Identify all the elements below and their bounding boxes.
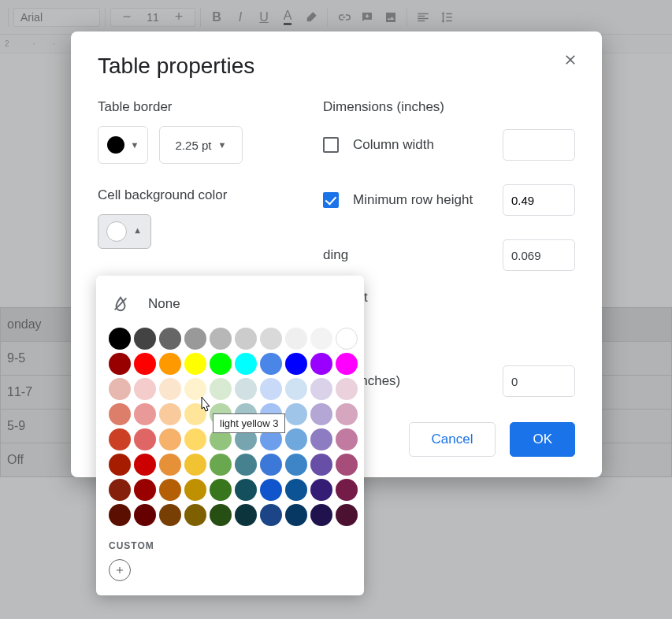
color-swatch[interactable] (159, 378, 181, 400)
close-button[interactable] (559, 49, 581, 71)
color-swatch[interactable] (109, 378, 131, 400)
color-swatch[interactable] (285, 504, 307, 526)
color-picker-popover: None CUSTOM (96, 276, 364, 595)
color-swatch[interactable] (159, 454, 181, 476)
color-swatch[interactable] (260, 454, 282, 476)
color-swatch[interactable] (285, 479, 307, 501)
color-swatch[interactable] (159, 328, 181, 350)
color-swatch[interactable] (109, 403, 131, 425)
color-swatch[interactable] (184, 353, 206, 375)
color-swatch[interactable] (260, 328, 282, 350)
color-swatch[interactable] (235, 328, 257, 350)
row-height-input[interactable] (503, 184, 575, 216)
cancel-button[interactable]: Cancel (409, 422, 496, 457)
color-swatch[interactable] (260, 504, 282, 526)
color-swatch[interactable] (159, 428, 181, 450)
color-tooltip: light yellow 3 (213, 413, 285, 433)
color-swatch[interactable] (336, 479, 358, 501)
color-swatch[interactable] (310, 454, 332, 476)
border-width-dropdown[interactable]: 2.25 pt ▼ (159, 126, 243, 164)
color-swatch[interactable] (134, 353, 156, 375)
color-swatch[interactable] (310, 428, 332, 450)
add-custom-color-button[interactable] (109, 559, 131, 581)
color-swatch[interactable] (260, 479, 282, 501)
dialog-title: Table properties (98, 54, 575, 79)
color-swatch[interactable] (310, 479, 332, 501)
color-swatch[interactable] (134, 504, 156, 526)
color-swatch[interactable] (260, 378, 282, 400)
indent-input[interactable]: 0 (503, 365, 575, 397)
color-swatch[interactable] (159, 403, 181, 425)
cell-padding-input[interactable]: 0.069 (503, 239, 575, 271)
color-swatch[interactable] (336, 403, 358, 425)
color-swatch[interactable] (235, 353, 257, 375)
color-swatch[interactable] (159, 353, 181, 375)
no-color-icon (112, 295, 129, 313)
color-swatch[interactable] (285, 328, 307, 350)
plus-icon (114, 565, 125, 576)
row-height-checkbox[interactable] (323, 192, 339, 208)
color-swatch[interactable] (235, 504, 257, 526)
color-swatch[interactable] (210, 454, 232, 476)
color-swatch[interactable] (184, 428, 206, 450)
color-swatch[interactable] (184, 454, 206, 476)
color-swatch[interactable] (134, 328, 156, 350)
color-swatch[interactable] (310, 378, 332, 400)
color-swatch[interactable] (134, 428, 156, 450)
color-swatch[interactable] (134, 378, 156, 400)
color-swatch[interactable] (260, 353, 282, 375)
ok-button[interactable]: OK (510, 422, 575, 457)
color-swatch[interactable] (184, 378, 206, 400)
color-swatch[interactable] (336, 328, 358, 350)
color-swatch[interactable] (159, 479, 181, 501)
color-swatch[interactable] (134, 454, 156, 476)
color-swatch[interactable] (336, 353, 358, 375)
color-swatch[interactable] (336, 504, 358, 526)
color-swatch[interactable] (285, 454, 307, 476)
color-swatch[interactable] (184, 504, 206, 526)
color-swatch[interactable] (285, 378, 307, 400)
color-swatch[interactable] (336, 454, 358, 476)
dimensions-label: Dimensions (inches) (323, 99, 575, 115)
border-color-swatch (107, 136, 124, 154)
color-swatch[interactable] (184, 328, 206, 350)
column-width-checkbox[interactable] (323, 137, 339, 153)
color-swatch[interactable] (134, 403, 156, 425)
color-swatch[interactable] (235, 454, 257, 476)
color-swatch[interactable] (109, 353, 131, 375)
color-swatch[interactable] (109, 428, 131, 450)
color-swatch[interactable] (310, 504, 332, 526)
color-swatch[interactable] (285, 403, 307, 425)
color-swatch[interactable] (235, 479, 257, 501)
custom-section-label: CUSTOM (107, 534, 353, 559)
color-swatch[interactable] (310, 353, 332, 375)
color-swatch[interactable] (336, 378, 358, 400)
color-swatch[interactable] (210, 378, 232, 400)
color-swatch[interactable] (159, 504, 181, 526)
column-width-label: Column width (353, 137, 503, 153)
color-swatch[interactable] (184, 479, 206, 501)
color-none-option[interactable]: None (107, 290, 353, 318)
cell-bg-color-dropdown[interactable]: ▼ (98, 214, 151, 249)
caret-up-icon: ▼ (133, 227, 142, 236)
color-swatch[interactable] (109, 504, 131, 526)
color-swatch[interactable] (109, 454, 131, 476)
color-swatch[interactable] (184, 403, 206, 425)
color-swatch[interactable] (310, 403, 332, 425)
color-swatch[interactable] (336, 428, 358, 450)
column-width-input[interactable] (503, 129, 575, 161)
color-swatch[interactable] (210, 479, 232, 501)
color-swatch[interactable] (285, 428, 307, 450)
color-swatch[interactable] (109, 328, 131, 350)
color-swatch[interactable] (285, 353, 307, 375)
color-swatch[interactable] (310, 328, 332, 350)
color-swatch[interactable] (109, 479, 131, 501)
color-swatch[interactable] (210, 353, 232, 375)
color-swatch[interactable] (210, 504, 232, 526)
color-swatch[interactable] (235, 378, 257, 400)
color-swatch[interactable] (210, 328, 232, 350)
close-icon (562, 52, 578, 68)
border-color-dropdown[interactable]: ▼ (98, 126, 148, 164)
caret-down-icon: ▼ (131, 140, 139, 150)
color-swatch[interactable] (134, 479, 156, 501)
